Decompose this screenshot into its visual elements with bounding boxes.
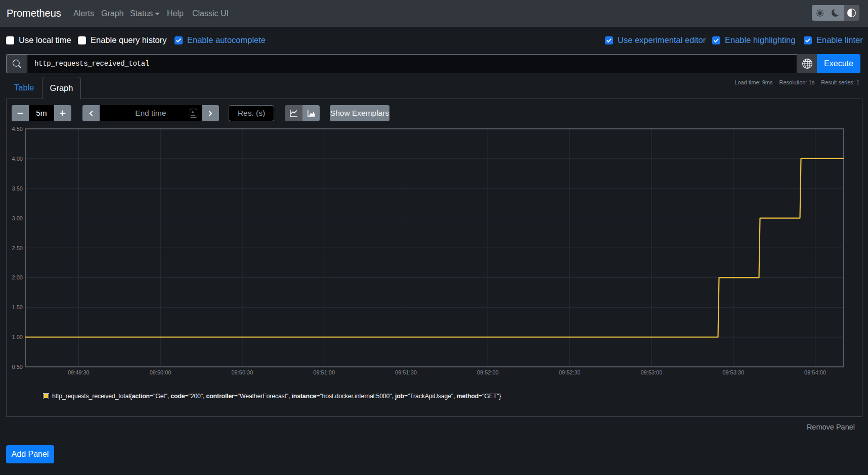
svg-text:09:53:00: 09:53:00 [640, 369, 662, 375]
svg-text:09:52:00: 09:52:00 [477, 369, 499, 375]
svg-text:2.00: 2.00 [12, 274, 23, 280]
svg-text:2.50: 2.50 [12, 245, 23, 251]
svg-text:0.50: 0.50 [12, 364, 23, 370]
svg-text:3.50: 3.50 [12, 185, 23, 192]
svg-text:09:50:00: 09:50:00 [150, 369, 171, 375]
svg-text:4.50: 4.50 [12, 126, 23, 132]
svg-text:09:50:30: 09:50:30 [231, 369, 253, 375]
svg-text:09:51:30: 09:51:30 [395, 369, 417, 375]
svg-text:1.00: 1.00 [12, 334, 23, 340]
svg-text:3.00: 3.00 [12, 215, 23, 221]
svg-text:09:54:00: 09:54:00 [804, 369, 826, 375]
svg-text:09:49:30: 09:49:30 [68, 369, 90, 375]
svg-text:09:52:30: 09:52:30 [559, 369, 581, 375]
svg-text:09:51:00: 09:51:00 [313, 369, 335, 375]
svg-text:1.50: 1.50 [12, 304, 23, 310]
svg-text:09:53:30: 09:53:30 [722, 369, 744, 375]
svg-text:4.00: 4.00 [12, 156, 23, 162]
